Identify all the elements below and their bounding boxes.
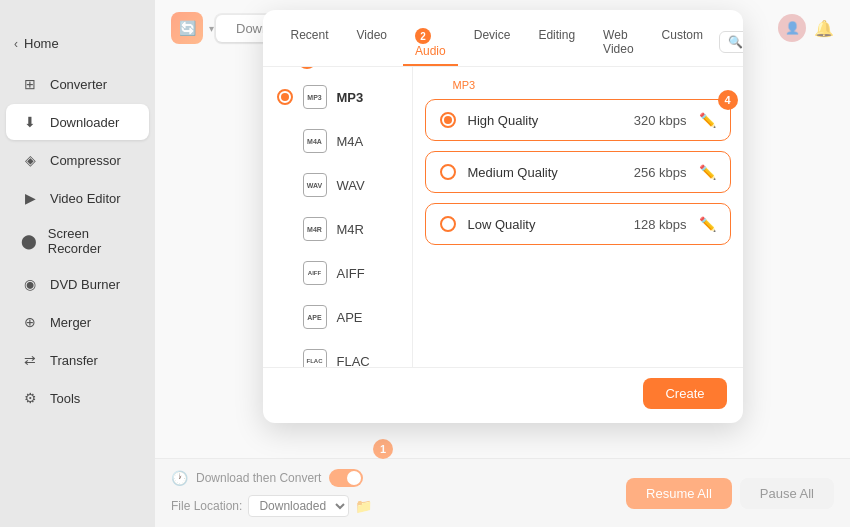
mp3-quality-label: MP3 [425,79,731,99]
sidebar-label-converter: Converter [50,77,107,92]
aiff-label: AIFF [337,266,365,281]
high-quality-name: High Quality [468,113,634,128]
home-label: Home [24,36,59,51]
dvd-burner-icon: ◉ [20,274,40,294]
badge-4: 4 [718,90,738,110]
format-item-m4r[interactable]: M4R M4R [263,207,412,251]
downloader-icon: ⬇ [20,112,40,132]
ape-icon: APE [303,305,327,329]
home-icon: ‹ [14,37,18,51]
sidebar-item-converter[interactable]: ⊞ Converter [6,66,149,102]
format-item-ape[interactable]: APE APE [263,295,412,339]
sidebar-item-merger[interactable]: ⊕ Merger [6,304,149,340]
medium-quality-name: Medium Quality [468,165,634,180]
quality-item-high[interactable]: 4 High Quality 320 kbps ✏️ [425,99,731,141]
converter-icon: ⊞ [20,74,40,94]
tab-recent[interactable]: Recent [279,22,341,66]
quality-item-medium[interactable]: Medium Quality 256 kbps ✏️ [425,151,731,193]
format-item-mp3[interactable]: 3 MP3 MP3 [263,75,412,119]
low-quality-edit-icon[interactable]: ✏️ [699,216,716,232]
sidebar-label-compressor: Compressor [50,153,121,168]
sidebar-label-merger: Merger [50,315,91,330]
sidebar-label-screen-recorder: Screen Recorder [48,226,135,256]
modal-footer: Create [263,367,743,423]
flac-label: FLAC [337,354,370,368]
mp3-label: MP3 [337,90,364,105]
main-content: 🔄 ▾ Downloading Finished High Speed Down… [155,0,850,527]
sidebar-label-downloader: Downloader [50,115,119,130]
wav-icon: WAV [303,173,327,197]
mp3-icon: MP3 [303,85,327,109]
transfer-icon: ⇄ [20,350,40,370]
m4r-icon: M4R [303,217,327,241]
format-item-flac[interactable]: FLAC FLAC [263,339,412,367]
screen-recorder-icon: ⬤ [20,231,38,251]
compressor-icon: ◈ [20,150,40,170]
format-modal: Recent Video 2Audio Device Editing Web V… [263,10,743,423]
wav-label: WAV [337,178,365,193]
tab-video[interactable]: Video [345,22,399,66]
sidebar-item-transfer[interactable]: ⇄ Transfer [6,342,149,378]
sidebar-label-dvd-burner: DVD Burner [50,277,120,292]
merger-icon: ⊕ [20,312,40,332]
video-editor-icon: ▶ [20,188,40,208]
low-quality-radio [440,216,456,232]
search-icon: 🔍 [728,35,743,49]
tab-web-video[interactable]: Web Video [591,22,645,66]
high-quality-edit-icon[interactable]: ✏️ [699,112,716,128]
sidebar-label-tools: Tools [50,391,80,406]
quality-item-low[interactable]: Low Quality 128 kbps ✏️ [425,203,731,245]
medium-quality-edit-icon[interactable]: ✏️ [699,164,716,180]
mp3-radio [277,89,293,105]
sidebar: ‹ Home ⊞ Converter ⬇ Downloader ◈ Compre… [0,0,155,527]
format-list: 3 MP3 MP3 M4A M4A WAV WAV [263,67,413,367]
format-item-aiff[interactable]: AIFF AIFF [263,251,412,295]
flac-icon: FLAC [303,349,327,367]
m4a-label: M4A [337,134,364,149]
tab-editing[interactable]: Editing [526,22,587,66]
format-tab-bar: Recent Video 2Audio Device Editing Web V… [263,10,743,67]
home-nav[interactable]: ‹ Home [0,30,155,57]
tab-device[interactable]: Device [462,22,523,66]
low-quality-kbps: 128 kbps [634,217,687,232]
low-quality-name: Low Quality [468,217,634,232]
badge-2: 2 [415,28,431,44]
tools-icon: ⚙ [20,388,40,408]
quality-panel: MP3 4 High Quality 320 kbps ✏️ Medium Qu… [413,67,743,367]
sidebar-label-video-editor: Video Editor [50,191,121,206]
medium-quality-kbps: 256 kbps [634,165,687,180]
tab-custom[interactable]: Custom [650,22,715,66]
m4a-icon: M4A [303,129,327,153]
sidebar-item-compressor[interactable]: ◈ Compressor [6,142,149,178]
sidebar-item-dvd-burner[interactable]: ◉ DVD Burner [6,266,149,302]
tab-audio[interactable]: 2Audio [403,22,458,66]
sidebar-item-downloader[interactable]: ⬇ Downloader [6,104,149,140]
high-quality-kbps: 320 kbps [634,113,687,128]
format-item-m4a[interactable]: M4A M4A [263,119,412,163]
ape-label: APE [337,310,363,325]
create-button[interactable]: Create [643,378,726,409]
m4r-label: M4R [337,222,364,237]
modal-overlay: Recent Video 2Audio Device Editing Web V… [155,0,850,527]
badge-3: 3 [297,67,317,69]
aiff-icon: AIFF [303,261,327,285]
high-quality-radio [440,112,456,128]
sidebar-label-transfer: Transfer [50,353,98,368]
sidebar-item-video-editor[interactable]: ▶ Video Editor [6,180,149,216]
format-item-wav[interactable]: WAV WAV [263,163,412,207]
medium-quality-radio [440,164,456,180]
sidebar-item-screen-recorder[interactable]: ⬤ Screen Recorder [6,218,149,264]
modal-body: 3 MP3 MP3 M4A M4A WAV WAV [263,67,743,367]
sidebar-item-tools[interactable]: ⚙ Tools [6,380,149,416]
